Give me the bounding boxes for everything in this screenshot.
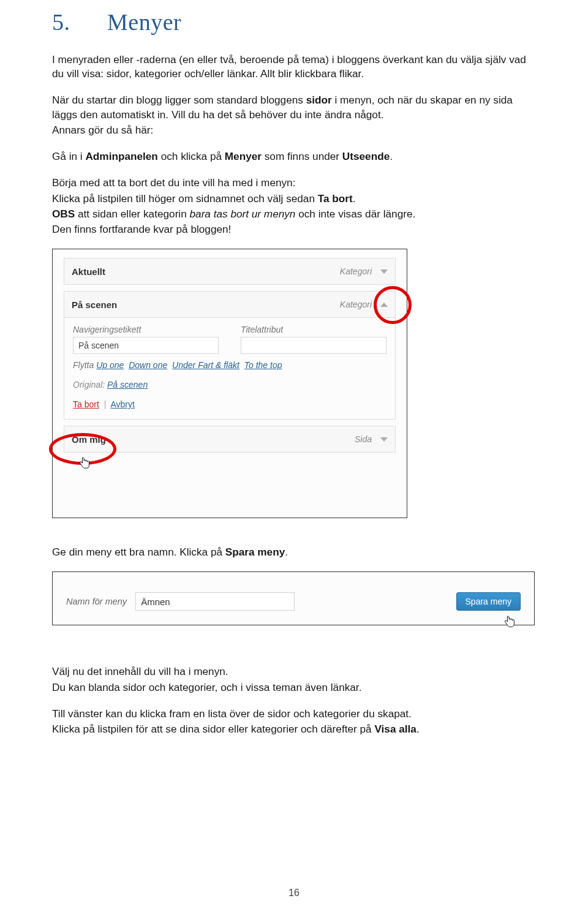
text: . [417, 723, 420, 735]
text: . [353, 192, 356, 205]
paragraph: Den finns fortfarande kvar på bloggen! [52, 222, 536, 236]
chevron-down-icon[interactable] [380, 269, 388, 274]
section-number: 5. [52, 9, 107, 36]
text: Klicka på listpilen för att se dina sido… [52, 723, 374, 735]
section-heading: 5.Menyer [52, 9, 536, 36]
menu-name-label: Namn för meny [66, 597, 127, 606]
text: och inte visas där längre. [295, 208, 415, 220]
navigation-label-input[interactable] [73, 337, 219, 354]
text: att sidan eller kategorin [75, 208, 189, 220]
paragraph: I menyraden eller -raderna (en eller två… [52, 53, 536, 81]
bold-text: Utseende [342, 150, 390, 162]
original-link[interactable]: På scenen [107, 380, 148, 390]
menu-name-input[interactable] [135, 592, 295, 611]
page-number: 16 [288, 888, 300, 899]
text: Gå in i [52, 150, 85, 162]
chevron-down-icon[interactable] [380, 437, 388, 442]
menu-item-title: Aktuellt [72, 266, 105, 277]
move-under-link[interactable]: Under Fart & fläkt [172, 360, 239, 370]
menu-item-type: Sida [355, 434, 372, 444]
paragraph: Ge din meny ett bra namn. Klicka på Spar… [52, 545, 536, 559]
menu-item-expanded[interactable]: På scenen Kategori [64, 291, 396, 318]
menu-item[interactable]: Aktuellt Kategori [64, 258, 396, 285]
menu-item-title: På scenen [72, 300, 117, 310]
paragraph: Klicka på listpilen för att se dina sido… [52, 722, 536, 736]
menu-item-type: Kategori [340, 266, 372, 276]
paragraph: När du startar din blogg ligger som stan… [52, 93, 536, 121]
original-row: Original: På scenen [73, 380, 386, 390]
text: Du kan blanda sidor och kategorier, och … [52, 681, 361, 693]
move-label: Flytta [73, 360, 94, 370]
action-row: Ta bort | Avbryt [73, 399, 386, 409]
text: . [285, 546, 288, 558]
bold-text: Visa alla [374, 723, 417, 735]
move-top-link[interactable]: To the top [244, 360, 282, 370]
text: Välj nu det innehåll du vill ha i menyn. [52, 665, 228, 677]
screenshot-menu-items: Aktuellt Kategori På scenen Kategori Nav… [52, 249, 407, 518]
bold-text: Spara meny [225, 546, 285, 558]
paragraph: Välj nu det innehåll du vill ha i menyn. [52, 665, 536, 679]
paragraph: Till vänster kan du klicka fram en lista… [52, 707, 536, 721]
paragraph: Gå in i Adminpanelen och klicka på Menye… [52, 149, 536, 164]
text: och klicka på [158, 150, 225, 162]
bold-text: Ta bort [318, 192, 353, 205]
cursor-hand-icon [503, 615, 517, 630]
paragraph: Klicka på listpilen till höger om sidnam… [52, 192, 536, 206]
menu-item-title: Om mig [72, 434, 106, 445]
separator: | [104, 399, 107, 409]
bold-text: Adminpanelen [85, 150, 157, 162]
menu-item-type: Kategori [340, 300, 372, 309]
cursor-hand-icon [78, 456, 92, 471]
text: När du startar din blogg ligger som stan… [52, 94, 306, 106]
move-down-link[interactable]: Down one [129, 360, 167, 370]
cancel-link[interactable]: Avbryt [110, 399, 134, 409]
remove-link[interactable]: Ta bort [73, 399, 99, 409]
chevron-up-icon[interactable] [380, 303, 388, 307]
text: Ge din meny ett bra namn. Klicka på [52, 546, 225, 558]
menu-item-details: Navigeringsetikett Titelattribut Flytta … [64, 317, 396, 420]
save-menu-button[interactable]: Spara meny [456, 592, 521, 611]
text: . [390, 150, 393, 162]
bold-text: Menyer [225, 150, 262, 162]
field-label: Titelattribut [241, 325, 386, 334]
text: I menyraden eller -raderna (en eller två… [52, 53, 526, 80]
bold-text: OBS [52, 208, 75, 220]
paragraph: OBS att sidan eller kategorin bara tas b… [52, 207, 536, 221]
move-row: Flytta Up one Down one Under Fart & fläk… [73, 360, 386, 370]
section-title: Menyer [107, 9, 181, 35]
field-label: Navigeringsetikett [73, 325, 219, 334]
text: Den finns fortfarande kvar på bloggen! [52, 223, 231, 235]
paragraph: Annars gör du så här: [52, 123, 536, 137]
title-attribute-input[interactable] [241, 337, 386, 354]
text: Börja med att ta bort det du inte vill h… [52, 176, 295, 189]
text: som finns under [262, 150, 342, 162]
italic-text: bara tas bort ur menyn [190, 208, 296, 220]
paragraph: Börja med att ta bort det du inte vill h… [52, 176, 536, 190]
original-label: Original: [73, 380, 105, 390]
bold-text: sidor [306, 94, 332, 106]
move-up-link[interactable]: Up one [96, 360, 124, 370]
text: Till vänster kan du klicka fram en lista… [52, 707, 412, 720]
paragraph: Du kan blanda sidor och kategorier, och … [52, 680, 536, 695]
text: Annars gör du så här: [52, 124, 153, 136]
screenshot-menu-name: Namn för meny Spara meny [52, 571, 535, 625]
menu-item[interactable]: Om mig Sida [64, 426, 396, 453]
text: Klicka på listpilen till höger om sidnam… [52, 192, 318, 205]
